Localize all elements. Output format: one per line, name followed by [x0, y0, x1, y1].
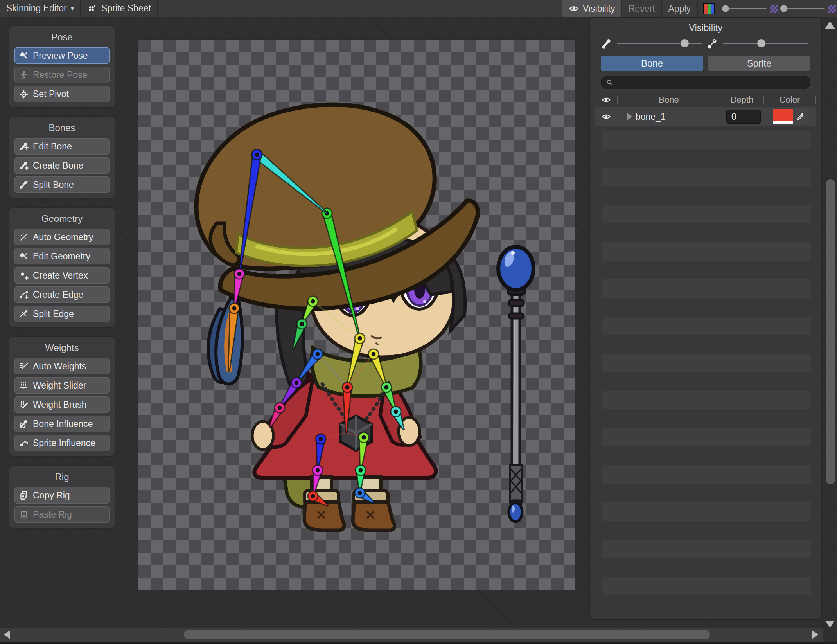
table-row-bone-1[interactable]: bone_1: [595, 107, 816, 126]
bone-influence-button[interactable]: Bone Influence: [14, 416, 110, 432]
column-header-bone[interactable]: Bone: [618, 95, 720, 105]
chevron-down-icon: ▾: [71, 4, 74, 13]
vertical-scrollbar-thumb[interactable]: [826, 179, 835, 484]
section-title: Bones: [14, 122, 110, 133]
visibility-toggle-button[interactable]: Visibility: [562, 0, 621, 17]
copy-rig-button[interactable]: Copy Rig: [14, 487, 110, 504]
bone-list-empty-rows: [602, 131, 811, 613]
auto-geometry-button[interactable]: Auto Geometry: [14, 229, 110, 245]
toolbar: Skinning Editor ▾ Sprite Sheet Visibilit…: [0, 0, 837, 17]
visibility-panel: Visibility Bone Sprite Bone: [589, 17, 822, 620]
scroll-down-arrow[interactable]: [825, 621, 835, 628]
set-pivot-button[interactable]: Set Pivot: [14, 86, 110, 102]
edit-bone-icon: [19, 141, 29, 151]
sprite-canvas[interactable]: [138, 40, 575, 590]
scroll-left-arrow[interactable]: [4, 630, 10, 639]
row-visibility-toggle[interactable]: [595, 112, 617, 121]
vertical-scrollbar[interactable]: [823, 0, 837, 628]
create-edge-button[interactable]: Create Edge: [14, 286, 110, 303]
create-vertex-button[interactable]: Create Vertex: [14, 267, 110, 284]
weight-brush-button[interactable]: Weight Brush: [14, 396, 110, 413]
toolbar-slider-b[interactable]: [781, 0, 825, 17]
character-sprite: [138, 40, 575, 590]
auto-weights-icon: [19, 361, 29, 371]
section-title: Geometry: [14, 213, 110, 224]
revert-button[interactable]: Revert: [622, 0, 661, 17]
bone-opacity-thumb[interactable]: [681, 39, 689, 47]
toolbar-slider-a[interactable]: [723, 0, 767, 17]
bone-table-header: Bone Depth Color: [595, 93, 816, 106]
edit-geometry-button[interactable]: Edit Geometry: [14, 248, 110, 264]
preview-pose-button[interactable]: Preview Pose: [14, 47, 110, 64]
skinning-editor-dropdown[interactable]: Skinning Editor ▾: [0, 0, 80, 17]
visibility-panel-title: Visibility: [590, 21, 821, 34]
restore-pose-button[interactable]: Restore Pose: [14, 67, 110, 83]
toolbar-divider: [157, 0, 158, 17]
sprite-influence-button[interactable]: Sprite Influence: [14, 435, 110, 451]
sprite-opacity-slider[interactable]: [721, 34, 810, 52]
sprite-sheet-icon: [87, 4, 97, 14]
depth-input[interactable]: [726, 110, 761, 124]
eyedropper-button[interactable]: [793, 109, 808, 124]
apply-button[interactable]: Apply: [662, 0, 697, 17]
tab-sprite[interactable]: Sprite: [708, 56, 810, 71]
rig-section: Rig Copy Rig Paste Rig: [9, 465, 115, 529]
create-bone-icon: [19, 160, 29, 171]
split-edge-button[interactable]: Split Edge: [14, 306, 110, 322]
pattern-icon: [770, 5, 778, 13]
scroll-right-arrow[interactable]: [812, 630, 818, 639]
eye-icon: [602, 112, 611, 121]
skinning-editor-label: Skinning Editor: [6, 3, 67, 14]
weight-slider-icon: [19, 380, 29, 390]
weight-brush-icon: [19, 399, 29, 410]
bone-influence-icon: [19, 419, 29, 429]
tool-sidebar: Pose Preview Pose Restore Pose Set Pivot…: [9, 25, 115, 537]
expand-chevron-icon[interactable]: [627, 113, 632, 120]
search-icon: [606, 79, 614, 86]
column-header-depth[interactable]: Depth: [720, 95, 763, 105]
bone-filled-icon: [602, 38, 612, 49]
paste-rig-button[interactable]: Paste Rig: [14, 506, 110, 523]
visibility-tabs: Bone Sprite: [590, 52, 821, 71]
create-vertex-icon: [19, 270, 29, 281]
sprite-sheet-button[interactable]: Sprite Sheet: [81, 0, 157, 17]
create-edge-icon: [19, 290, 29, 300]
bones-section: Bones Edit Bone Create Bone Split Bone: [9, 116, 115, 199]
bone-name: bone_1: [636, 112, 666, 122]
section-title: Pose: [14, 32, 110, 43]
create-bone-button[interactable]: Create Bone: [14, 157, 110, 174]
weight-slider-button[interactable]: Weight Slider: [14, 377, 110, 394]
auto-weights-button[interactable]: Auto Weights: [14, 358, 110, 374]
set-pivot-icon: [19, 89, 29, 99]
paste-rig-icon: [19, 509, 29, 520]
color-mode-swatch[interactable]: [703, 3, 715, 14]
section-title: Rig: [14, 471, 110, 482]
bone-search-field[interactable]: [601, 76, 810, 89]
tab-bone[interactable]: Bone: [601, 56, 703, 71]
column-header-color[interactable]: Color: [764, 95, 815, 105]
preview-pose-icon: [19, 50, 29, 61]
scroll-up-arrow[interactable]: [825, 22, 835, 29]
search-input[interactable]: [617, 77, 805, 88]
eye-icon: [569, 4, 579, 14]
character-body: [196, 104, 478, 530]
split-edge-icon: [19, 309, 29, 319]
split-bone-icon: [19, 180, 29, 190]
bone-color-swatch[interactable]: [773, 109, 793, 124]
edit-bone-button[interactable]: Edit Bone: [14, 138, 110, 155]
horizontal-scrollbar-thumb[interactable]: [184, 630, 710, 639]
sprite-opacity-thumb[interactable]: [757, 39, 765, 47]
toolbar-slider-a-thumb[interactable]: [722, 5, 729, 12]
bone-outline-icon: [707, 38, 718, 49]
bone-opacity-slider[interactable]: [616, 34, 704, 52]
split-bone-button[interactable]: Split Bone: [14, 176, 110, 193]
geometry-section: Geometry Auto Geometry Edit Geometry Cre…: [9, 207, 115, 328]
eye-icon: [602, 95, 611, 104]
sprite-influence-icon: [19, 438, 29, 448]
toolbar-right-group: Visibility Revert Apply: [562, 0, 837, 17]
horizontal-scrollbar[interactable]: [0, 628, 823, 642]
copy-rig-icon: [19, 490, 29, 500]
edit-geometry-icon: [19, 251, 29, 261]
toolbar-slider-b-thumb[interactable]: [780, 5, 787, 12]
opacity-sliders-row: [590, 34, 821, 52]
